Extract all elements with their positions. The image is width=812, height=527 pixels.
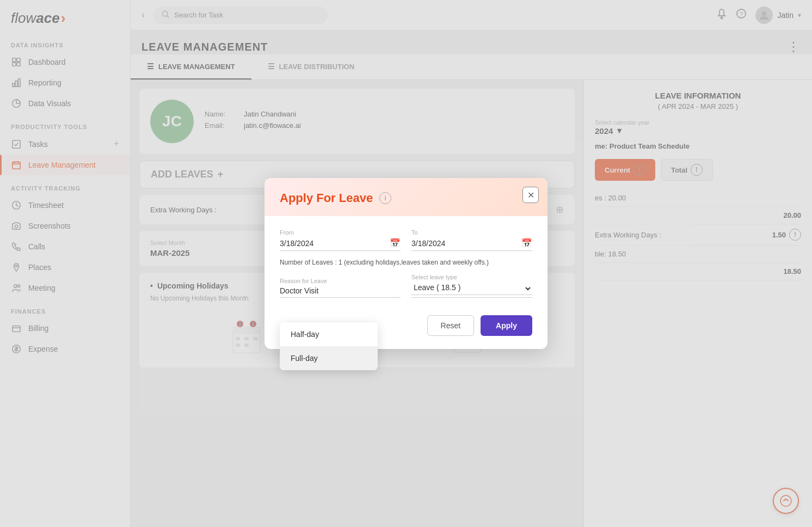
- reason-input[interactable]: [280, 286, 401, 298]
- modal-title: Apply For Leave: [280, 191, 373, 205]
- leave-type-label: Select leave type: [411, 274, 532, 280]
- reason-group: Reason for Leave: [280, 278, 401, 298]
- to-date-input[interactable]: [411, 239, 517, 248]
- from-date-input-row: 📅: [280, 238, 401, 251]
- modal-info-icon[interactable]: i: [379, 192, 391, 204]
- reason-dropdown-popup: Half-day Full-day: [280, 322, 378, 370]
- modal-header: Apply For Leave i: [264, 178, 548, 216]
- leave-type-group: Select leave type Leave ( 18.5 ): [411, 274, 532, 298]
- leave-type-select-row: Leave ( 18.5 ): [411, 283, 532, 298]
- reason-label: Reason for Leave: [280, 278, 401, 284]
- date-row: From 📅 To 📅: [280, 229, 532, 251]
- from-date-calendar-icon[interactable]: 📅: [390, 238, 401, 248]
- leave-count-text: Number of Leaves : 1 (excluding holidays…: [280, 259, 532, 266]
- to-date-group: To 📅: [411, 229, 532, 251]
- leave-type-select[interactable]: Leave ( 18.5 ): [411, 283, 532, 295]
- apply-leave-modal: Apply For Leave i ✕ From 📅 To: [264, 178, 548, 349]
- from-date-input[interactable]: [280, 239, 385, 248]
- to-date-label: To: [411, 229, 532, 236]
- reset-button[interactable]: Reset: [427, 315, 475, 336]
- modal-overlay[interactable]: Apply For Leave i ✕ From 📅 To: [0, 0, 812, 527]
- modal-close-button[interactable]: ✕: [522, 187, 539, 203]
- to-date-input-row: 📅: [411, 238, 532, 251]
- apply-button[interactable]: Apply: [481, 315, 532, 336]
- from-date-label: From: [280, 229, 401, 236]
- dropdown-half-day[interactable]: Half-day: [280, 322, 378, 346]
- from-date-group: From 📅: [280, 229, 401, 251]
- to-date-calendar-icon[interactable]: 📅: [521, 238, 532, 248]
- dropdown-full-day[interactable]: Full-day: [280, 346, 378, 370]
- reason-type-row: Reason for Leave Select leave type Leave…: [280, 274, 532, 298]
- modal-body: From 📅 To 📅 Number of Leaves : 1 (exclud…: [264, 216, 548, 315]
